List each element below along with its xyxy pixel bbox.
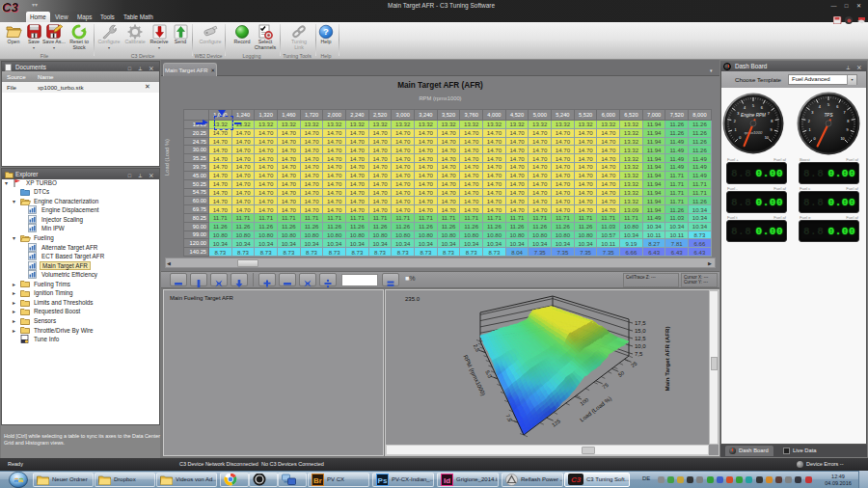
svg-text:8: 8: [771, 120, 773, 123]
svg-text:8: 8: [847, 120, 849, 123]
svg-text:?: ?: [323, 26, 329, 37]
svg-text:6: 6: [836, 105, 838, 109]
svg-text:5: 5: [752, 104, 754, 108]
svg-text:100: 100: [579, 396, 589, 406]
svg-text:1: 1: [808, 128, 810, 132]
svg-text:TPS: TPS: [825, 113, 834, 118]
svg-text:17,5: 17,5: [635, 320, 646, 326]
svg-text:1: 1: [734, 128, 736, 132]
svg-text:5: 5: [827, 103, 829, 107]
svg-text:10: 10: [840, 137, 844, 141]
svg-text:125: 125: [551, 418, 561, 427]
svg-text:0: 0: [739, 136, 741, 140]
svg-text:Main Target AFR (AFR): Main Target AFR (AFR): [664, 326, 670, 391]
svg-text:2: 2: [808, 120, 810, 123]
svg-text:7,5: 7,5: [635, 351, 643, 357]
svg-text:3: 3: [737, 112, 739, 116]
svg-text:5,0: 5,0: [484, 369, 493, 379]
svg-text:75: 75: [601, 382, 610, 391]
svg-text:7: 7: [844, 111, 846, 115]
svg-text:7: 7: [768, 112, 770, 116]
svg-text:0: 0: [813, 137, 815, 141]
svg-text:Engine RPM: Engine RPM: [741, 113, 766, 118]
svg-text:4: 4: [744, 106, 746, 110]
svg-text:4: 4: [819, 105, 821, 109]
svg-text:10: 10: [765, 136, 769, 140]
svg-text:12,5: 12,5: [635, 336, 646, 341]
svg-text:15,0: 15,0: [635, 328, 646, 334]
svg-text:3: 3: [811, 111, 813, 115]
svg-text:9: 9: [846, 128, 848, 132]
svg-text:2,5: 2,5: [473, 343, 481, 353]
svg-text:50: 50: [617, 369, 626, 378]
svg-text:2: 2: [734, 120, 736, 123]
svg-text:rpmx1000: rpmx1000: [745, 130, 763, 135]
svg-text:10,0: 10,0: [635, 343, 646, 349]
svg-text:9: 9: [770, 128, 772, 132]
svg-text:25: 25: [630, 361, 638, 369]
svg-text:RPM (rpmx1000): RPM (rpmx1000): [462, 354, 486, 396]
svg-text:7,5: 7,5: [504, 413, 513, 422]
svg-text:C3: C3: [571, 475, 582, 484]
svg-text:6: 6: [761, 106, 763, 110]
